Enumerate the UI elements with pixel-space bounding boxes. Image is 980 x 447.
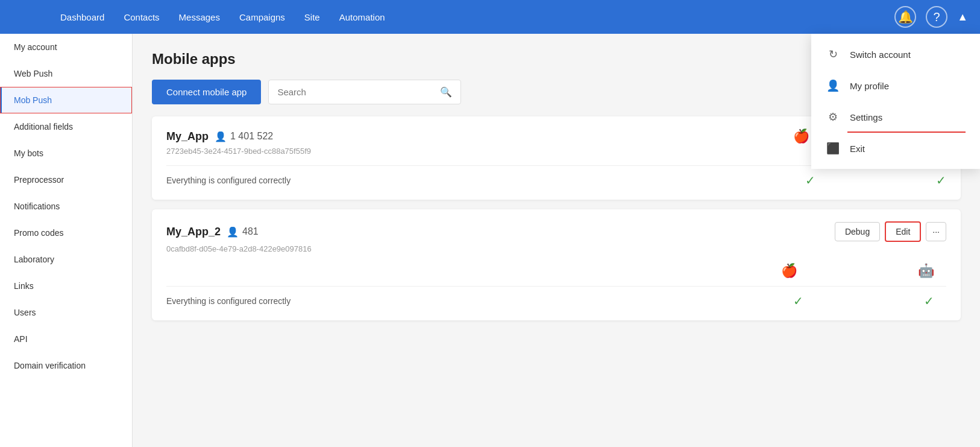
sidebar-item-web-push[interactable]: Web Push bbox=[0, 60, 132, 87]
app-count-2: 👤 481 bbox=[227, 226, 259, 238]
nav-right: 🔔 ? ▲ bbox=[894, 6, 968, 28]
app-count-1: 👤 1 401 522 bbox=[215, 131, 273, 142]
sidebar-item-laboratory[interactable]: Laboratory bbox=[0, 246, 132, 273]
app-card-my-app-2: My_App_2 👤 481 Debug Edit ··· 0cafbd8f-d… bbox=[152, 209, 961, 320]
search-box: 🔍 bbox=[268, 80, 461, 104]
edit-button[interactable]: Edit bbox=[885, 221, 921, 242]
sidebar-item-links[interactable]: Links bbox=[0, 273, 132, 299]
sidebar-item-users[interactable]: Users bbox=[0, 299, 132, 326]
nav-contacts[interactable]: Contacts bbox=[124, 12, 159, 22]
nav-messages[interactable]: Messages bbox=[179, 12, 220, 22]
debug-button[interactable]: Debug bbox=[835, 222, 880, 241]
android-check-2: ✓ bbox=[924, 294, 934, 308]
sidebar-item-additional-fields[interactable]: Additional fields bbox=[0, 113, 132, 140]
app-title-row-2: My_App_2 👤 481 bbox=[166, 226, 259, 238]
sidebar-item-api[interactable]: API bbox=[0, 326, 132, 352]
apple-icon-2: 🍎 bbox=[781, 263, 797, 279]
person-icon-2: 👤 bbox=[227, 226, 239, 238]
search-input[interactable] bbox=[277, 87, 434, 97]
exit-icon: ⬛ bbox=[826, 141, 840, 156]
app-title-row-1: My_App 👤 1 401 522 bbox=[166, 130, 273, 143]
app-id-2: 0cafbd8f-d05e-4e79-a2d8-422e9e097816 bbox=[166, 244, 946, 253]
settings-icon: ⚙ bbox=[826, 110, 840, 124]
sidebar: My account Web Push Mob Push Additional … bbox=[0, 34, 133, 447]
help-button[interactable]: ? bbox=[926, 6, 947, 28]
sidebar-item-notifications[interactable]: Notifications bbox=[0, 193, 132, 220]
nav-campaigns[interactable]: Campaigns bbox=[239, 12, 285, 22]
sidebar-item-preprocessor[interactable]: Preprocessor bbox=[0, 166, 132, 193]
top-nav: Dashboard Contacts Messages Campaigns Si… bbox=[0, 0, 980, 34]
nav-links: Dashboard Contacts Messages Campaigns Si… bbox=[60, 12, 385, 22]
card-actions-2: Debug Edit ··· bbox=[835, 221, 946, 242]
search-icon: 🔍 bbox=[440, 86, 452, 98]
dropdown-switch-account[interactable]: ↻ Switch account bbox=[811, 39, 980, 70]
app-status-row-1: Everything is configured correctly ✓ ✓ bbox=[166, 173, 946, 188]
sidebar-item-mob-push[interactable]: Mob Push bbox=[0, 87, 132, 113]
ios-check-2: ✓ bbox=[793, 294, 803, 308]
person-icon: 👤 bbox=[826, 78, 840, 93]
status-text-1: Everything is configured correctly bbox=[166, 176, 291, 185]
dropdown-menu: ↻ Switch account 👤 My profile ⚙ Settings… bbox=[811, 34, 980, 169]
app-status-row-2: Everything is configured correctly ✓ ✓ bbox=[166, 294, 946, 308]
sidebar-item-my-account[interactable]: My account bbox=[0, 34, 132, 60]
app-name-2: My_App_2 bbox=[166, 226, 221, 238]
nav-site[interactable]: Site bbox=[304, 12, 320, 22]
sidebar-item-promo-codes[interactable]: Promo codes bbox=[0, 220, 132, 246]
more-button[interactable]: ··· bbox=[926, 222, 946, 241]
sidebar-item-my-bots[interactable]: My bots bbox=[0, 140, 132, 166]
apple-icon-1: 🍎 bbox=[793, 128, 809, 144]
sidebar-item-domain-verification[interactable]: Domain verification bbox=[0, 352, 132, 379]
dropdown-my-profile[interactable]: 👤 My profile bbox=[811, 70, 980, 101]
app-name-1: My_App bbox=[166, 130, 209, 143]
dropdown-exit-label: Exit bbox=[850, 144, 865, 154]
person-icon-1: 👤 bbox=[215, 131, 227, 142]
dropdown-settings-label: Settings bbox=[850, 112, 882, 122]
dropdown-switch-account-label: Switch account bbox=[850, 49, 911, 60]
dropdown-settings[interactable]: ⚙ Settings bbox=[811, 101, 980, 133]
nav-automation[interactable]: Automation bbox=[339, 12, 385, 22]
status-text-2: Everything is configured correctly bbox=[166, 296, 291, 306]
android-check-1: ✓ bbox=[936, 173, 946, 188]
app-card-header-2: My_App_2 👤 481 Debug Edit ··· bbox=[166, 221, 946, 242]
dropdown-exit[interactable]: ⬛ Exit bbox=[811, 133, 980, 164]
android-icon-2: 🤖 bbox=[918, 263, 934, 279]
ios-check-1: ✓ bbox=[805, 173, 815, 188]
account-chevron[interactable]: ▲ bbox=[957, 11, 968, 24]
connect-mobile-app-button[interactable]: Connect mobile app bbox=[152, 80, 261, 104]
dropdown-my-profile-label: My profile bbox=[850, 81, 889, 91]
bell-button[interactable]: 🔔 bbox=[894, 6, 916, 28]
nav-dashboard[interactable]: Dashboard bbox=[60, 12, 104, 22]
switch-account-icon: ↻ bbox=[826, 47, 840, 62]
